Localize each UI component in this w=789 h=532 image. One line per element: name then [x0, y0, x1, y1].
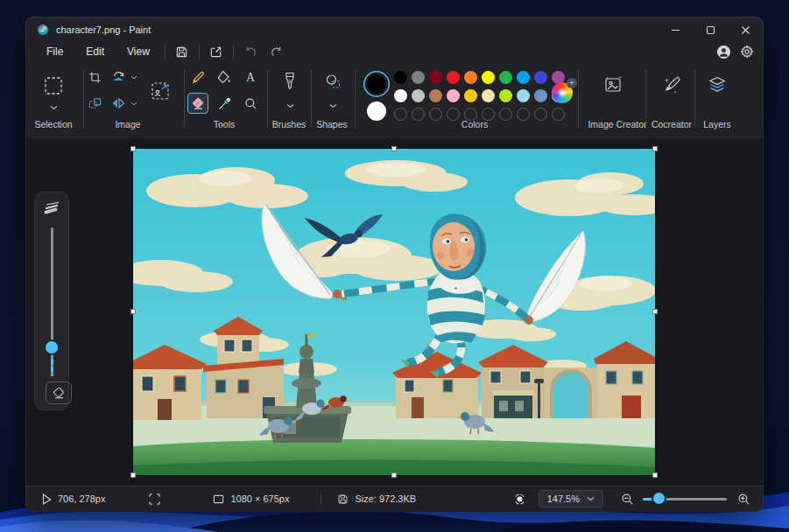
palette-swatch-000000[interactable] [394, 71, 407, 84]
redo-button[interactable] [265, 42, 288, 61]
ribbon-toolbar: Selection Image [26, 63, 763, 138]
selection-handle-top-center[interactable] [391, 146, 397, 151]
crop-button[interactable] [84, 66, 105, 88]
palette-swatch-efe4b0[interactable] [482, 89, 495, 102]
palette-swatch-22b14c[interactable] [499, 71, 512, 84]
stroke-size-icon [43, 201, 60, 215]
undo-button[interactable] [239, 42, 262, 61]
selection-handle-middle-left[interactable] [130, 309, 136, 314]
fill-tool-button[interactable] [214, 66, 235, 88]
palette-swatch-empty[interactable] [552, 108, 565, 121]
palette-swatch-7092be[interactable] [534, 89, 547, 102]
selection-handle-bottom-right[interactable] [652, 472, 658, 478]
eraser-size-button[interactable] [46, 382, 72, 404]
palette-swatch-ffffff[interactable] [394, 89, 407, 102]
canvas-image [133, 149, 655, 475]
share-button[interactable] [205, 42, 228, 61]
color1-swatch[interactable] [367, 74, 386, 94]
color2-swatch[interactable] [367, 102, 386, 121]
pencil-tool-button[interactable] [187, 66, 208, 88]
size-slider-thumb[interactable] [46, 341, 58, 354]
palette-swatch-empty[interactable] [394, 108, 407, 121]
zoom-out-icon[interactable] [621, 493, 634, 506]
selection-handle-top-left[interactable] [130, 146, 136, 151]
image-creator-button[interactable] [600, 72, 626, 98]
size-slider-fill [51, 352, 53, 376]
cursor-position-icon [42, 494, 52, 505]
palette-swatch-empty[interactable] [517, 108, 530, 121]
selection-tool-button[interactable] [41, 74, 66, 98]
shapes-dropdown-chevron[interactable] [327, 102, 339, 110]
zoom-level-dropdown[interactable]: 147.5% [539, 490, 603, 508]
zoom-slider[interactable] [643, 493, 727, 505]
palette-swatch-b5e61d[interactable] [499, 89, 512, 102]
canvas[interactable] [133, 149, 655, 475]
shapes-button[interactable] [321, 70, 344, 93]
menu-file[interactable]: File [35, 42, 74, 61]
palette-swatch-ed1c24[interactable] [447, 71, 460, 84]
palette-swatch-fff200[interactable] [482, 71, 495, 84]
palette-swatch-empty[interactable] [534, 108, 547, 121]
add-color-icon: + [567, 78, 577, 88]
zoom-slider-thumb[interactable] [653, 493, 665, 504]
selection-size-icon [149, 494, 160, 505]
menu-edit[interactable]: Edit [74, 42, 116, 61]
flip-button[interactable] [108, 93, 129, 114]
palette-swatch-00a2e8[interactable] [517, 71, 530, 84]
palette-swatch-ffc90e[interactable] [464, 89, 477, 102]
zoom-dropdown-chevron [587, 496, 595, 501]
selection-dropdown-chevron[interactable] [47, 103, 60, 112]
edit-colors-button[interactable]: + [552, 82, 573, 103]
fit-to-screen-icon[interactable] [513, 493, 526, 506]
palette-swatch-ffaec9[interactable] [447, 89, 460, 102]
settings-gear-icon[interactable] [740, 45, 754, 59]
rotate-dropdown-chevron[interactable] [128, 73, 140, 81]
canvas-size-value: 1080 × 675px [230, 494, 289, 504]
rotate-button[interactable] [108, 66, 129, 88]
selection-handle-top-right[interactable] [652, 146, 658, 151]
palette-swatch-c3c3c3[interactable] [412, 89, 425, 102]
workspace [26, 138, 763, 486]
cocreator-button[interactable] [659, 72, 685, 98]
color-palette [394, 71, 565, 121]
account-icon[interactable] [716, 45, 731, 60]
file-size-icon [337, 494, 349, 505]
close-button[interactable] [728, 18, 763, 42]
resize-image-button[interactable] [147, 78, 173, 104]
palette-swatch-880015[interactable] [429, 71, 442, 84]
palette-swatch-b97a57[interactable] [429, 89, 442, 102]
canvas-size-icon [213, 494, 224, 505]
selection-handle-bottom-center[interactable] [391, 472, 397, 478]
cursor-position-value: 706, 278px [58, 494, 105, 504]
palette-swatch-empty[interactable] [412, 108, 425, 121]
title-bar[interactable]: character7.png - Paint [26, 18, 763, 42]
group-label-colors: Colors [435, 119, 514, 130]
layers-button[interactable] [704, 72, 730, 98]
palette-swatch-99d9ea[interactable] [517, 89, 530, 102]
selection-handle-middle-right[interactable] [652, 309, 658, 314]
eyedropper-tool-button[interactable] [214, 93, 235, 114]
magnifier-tool-button[interactable] [240, 93, 261, 114]
menu-view[interactable]: View [116, 42, 161, 61]
group-label-shapes: Shapes [292, 119, 371, 130]
palette-swatch-3f48cc[interactable] [534, 71, 547, 84]
selection-handle-bottom-left[interactable] [130, 472, 136, 478]
zoom-level-value: 147.5% [547, 494, 580, 504]
palette-swatch-ff7f27[interactable] [464, 71, 477, 84]
window-title: character7.png - Paint [56, 24, 151, 35]
zoom-in-icon[interactable] [737, 493, 750, 506]
brushes-button[interactable] [278, 70, 301, 93]
group-label-image: Image [88, 119, 167, 130]
minimize-button[interactable] [658, 18, 693, 42]
group-label-layers: Layers [678, 119, 757, 130]
eraser-tool-button[interactable] [187, 93, 208, 114]
paint-window: character7.png - Paint File Edit View [26, 18, 763, 511]
text-tool-button[interactable]: A [240, 66, 261, 88]
flip-dropdown-chevron[interactable] [128, 99, 140, 108]
save-button[interactable] [171, 42, 194, 61]
resize-skew-button[interactable] [84, 93, 105, 114]
brushes-dropdown-chevron[interactable] [284, 102, 296, 110]
palette-swatch-7f7f7f[interactable] [412, 71, 425, 84]
maximize-button[interactable] [693, 18, 728, 42]
menu-bar: File Edit View [26, 40, 763, 63]
